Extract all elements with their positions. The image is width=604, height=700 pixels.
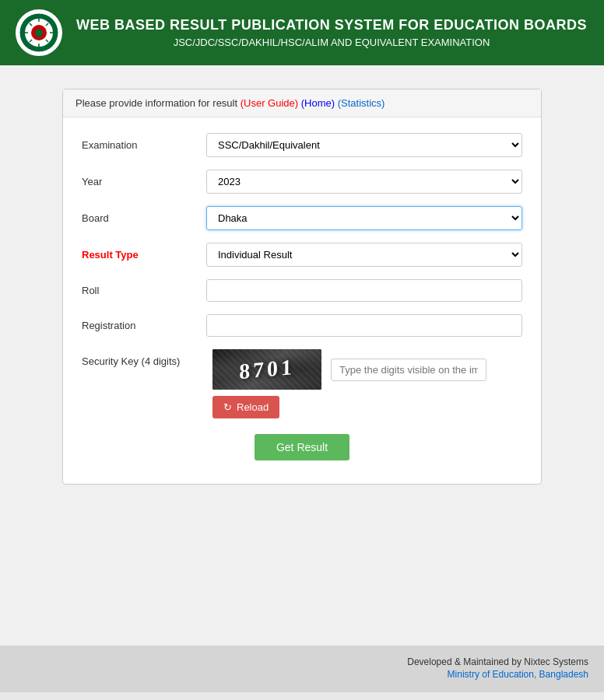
examination-select[interactable]: SSC/Dakhil/Equivalent JSC/JDC HSC/Alim/E… (206, 133, 522, 157)
get-result-button[interactable]: Get Result (255, 434, 349, 460)
board-select[interactable]: Dhaka Chittagong Rajshahi Jessore Comill… (206, 206, 522, 230)
year-label: Year (82, 176, 206, 187)
result-type-select[interactable]: Individual Result Institution Result (206, 243, 522, 267)
reload-label: Reload (237, 401, 269, 413)
captcha-row (212, 349, 486, 390)
page-header: বাংলাদেশ সরকার WEB BASED RESULT PUBLICAT… (0, 0, 604, 65)
security-key-row: Security Key (4 digits) ↻ Reload (82, 349, 522, 418)
registration-label: Registration (82, 320, 206, 331)
examination-row: Examination SSC/Dakhil/Equivalent JSC/JD… (82, 133, 522, 157)
home-link[interactable]: (Home) (301, 97, 335, 109)
footer-line-1: Developed & Maintained by Nixtec Systems (16, 656, 588, 667)
ministry-link[interactable]: Ministry of Education, Bangladesh (448, 669, 588, 680)
board-label: Board (82, 212, 206, 224)
reload-row: ↻ Reload (212, 396, 486, 418)
result-type-label: Result Type (82, 249, 206, 261)
get-result-label: Get Result (276, 441, 328, 453)
security-key-label: Security Key (4 digits) (82, 349, 206, 367)
registration-row: Registration (82, 314, 522, 337)
page-footer: Developed & Maintained by Nixtec Systems… (0, 646, 604, 692)
result-type-row: Result Type Individual Result Institutio… (82, 243, 522, 267)
board-row: Board Dhaka Chittagong Rajshahi Jessore … (82, 206, 522, 230)
get-result-row: Get Result (82, 434, 522, 460)
examination-label: Examination (82, 139, 206, 151)
header-text-block: WEB BASED RESULT PUBLICATION SYSTEM FOR … (75, 17, 588, 48)
logo: বাংলাদেশ সরকার (16, 9, 62, 56)
roll-row: Roll (82, 279, 522, 302)
header-subtitle: JSC/JDC/SSC/DAKHIL/HSC/ALIM AND EQUIVALE… (75, 37, 588, 48)
year-select[interactable]: 2023 2022 2021 2020 (206, 170, 522, 194)
form-card: Please provide information for result (U… (62, 89, 542, 485)
registration-input[interactable] (206, 314, 522, 337)
footer-line-2: Ministry of Education, Bangladesh (16, 669, 588, 680)
year-row: Year 2023 2022 2021 2020 (82, 170, 522, 194)
security-key-input[interactable] (331, 359, 486, 381)
info-text: Please provide information for result (76, 97, 241, 109)
reload-icon: ↻ (223, 401, 232, 413)
svg-text:সরকার: সরকার (36, 37, 43, 40)
main-content: Please provide information for result (U… (0, 65, 604, 646)
svg-text:বাংলাদেশ: বাংলাদেশ (34, 26, 44, 30)
user-guide-link[interactable]: (User Guide) (241, 97, 298, 109)
roll-input[interactable] (206, 279, 522, 302)
statistics-link[interactable]: (Statistics) (338, 97, 385, 109)
roll-label: Roll (82, 285, 206, 296)
form-body: Examination SSC/Dakhil/Equivalent JSC/JD… (63, 117, 541, 484)
security-content: ↻ Reload (212, 349, 486, 418)
header-title: WEB BASED RESULT PUBLICATION SYSTEM FOR … (75, 17, 588, 33)
form-card-header: Please provide information for result (U… (63, 89, 541, 117)
captcha-image (212, 349, 321, 390)
reload-button[interactable]: ↻ Reload (212, 396, 279, 418)
